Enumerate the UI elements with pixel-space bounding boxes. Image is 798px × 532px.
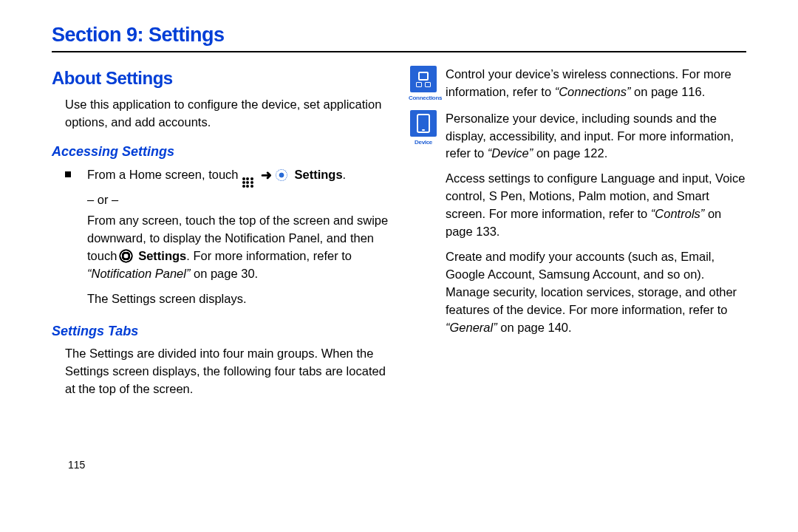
bullet-icon xyxy=(65,171,71,177)
settings-label-2: Settings xyxy=(135,249,187,262)
text: on page 30. xyxy=(190,267,258,280)
general-row: . Create and modify your accounts (such … xyxy=(409,248,746,337)
general-text: Create and modify your accounts (such as… xyxy=(409,248,746,337)
device-icon-label: Device xyxy=(409,138,438,147)
apps-icon xyxy=(242,177,254,189)
section-title: Section 9: Settings xyxy=(52,24,746,47)
accessing-heading: Accessing Settings xyxy=(52,142,389,161)
right-column: Connections Control your device’s wirele… xyxy=(409,66,746,472)
arrow-icon: ➜ xyxy=(257,168,276,183)
connections-icon-label: Connections xyxy=(409,94,438,103)
text: on page 116. xyxy=(630,85,705,98)
connections-text: Control your device’s wireless connectio… xyxy=(446,66,746,103)
accessing-line2: From any screen, touch the top of the sc… xyxy=(87,212,389,283)
left-column: About Settings Use this application to c… xyxy=(52,66,389,472)
device-text: Personalize your device, including sound… xyxy=(446,110,746,163)
general-ref: “General” xyxy=(446,321,497,334)
text: on page 140. xyxy=(497,321,572,334)
connections-row: Connections Control your device’s wirele… xyxy=(409,66,746,103)
settings-gear-blue-icon xyxy=(276,169,287,181)
tabs-heading: Settings Tabs xyxy=(52,321,389,341)
connections-icon xyxy=(415,72,432,86)
device-tab-icon: Device xyxy=(409,110,438,163)
settings-label: Settings xyxy=(291,168,343,181)
settings-gear-black-icon xyxy=(120,250,132,262)
device-ref: “Device” xyxy=(488,146,533,160)
text: From a Home screen, touch xyxy=(87,168,242,181)
page-number: 115 xyxy=(52,457,389,472)
notification-panel-ref: “Notification Panel” xyxy=(87,267,190,280)
device-icon xyxy=(417,114,430,133)
text: . xyxy=(343,168,347,181)
about-heading: About Settings xyxy=(52,66,389,92)
accessing-line1: From a Home screen, touch ➜ Settings. xyxy=(87,166,389,189)
controls-ref: “Controls” xyxy=(651,207,704,220)
accessing-bullet: From a Home screen, touch ➜ Settings. – … xyxy=(52,166,389,311)
device-row: Device Personalize your device, includin… xyxy=(409,110,746,163)
title-rule xyxy=(52,51,746,52)
controls-row: . Access settings to configure Language … xyxy=(409,170,746,241)
accessing-line3: The Settings screen displays. xyxy=(87,290,389,308)
controls-text: Access settings to configure Language an… xyxy=(409,170,746,241)
text: . For more information, refer to xyxy=(186,249,352,262)
or-separator: – or – xyxy=(87,191,389,209)
connections-tab-icon: Connections xyxy=(409,66,438,103)
connections-ref: “Connections” xyxy=(555,85,631,98)
tabs-intro: The Settings are divided into four main … xyxy=(52,345,389,398)
about-intro: Use this application to configure the de… xyxy=(52,96,389,132)
text: on page 122. xyxy=(533,146,607,160)
text: Create and modify your accounts (such as… xyxy=(446,250,737,316)
